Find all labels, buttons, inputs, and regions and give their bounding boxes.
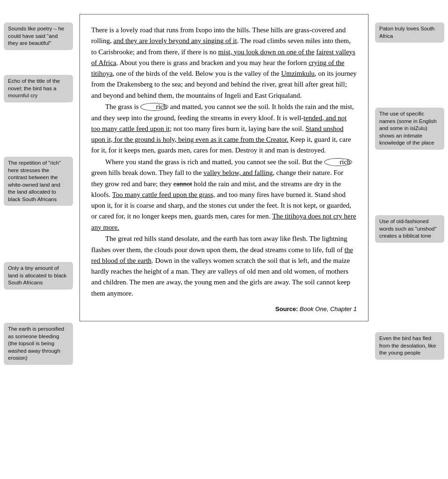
paragraph-4: The great red hills stand desolate, and … [91,233,357,299]
annotation-la4: Only a tiny amount of land is allocated … [4,262,73,290]
source-label: Source: [275,305,298,312]
annotation-la5: The earth is personified as someone blee… [4,323,73,365]
source-text: Book One, Chapter 1 [300,305,357,312]
right-annotations: Paton truly loves South Africa The use o… [369,14,448,479]
annotation-la3: The repetition of "rich" here stresses t… [4,157,73,206]
paragraph-3: Where you stand the grass is rich and ma… [91,157,357,233]
annotation-la1: Sounds like poetry – he could have said … [4,22,73,50]
annotation-la2: Echo of the title of the novel; the bird… [4,75,73,102]
source-line: Source: Book One, Chapter 1 [91,305,357,312]
page-container: Sounds like poetry – he could have said … [0,9,448,479]
annotation-ra4: Even the bird has fled from the desolati… [375,332,444,360]
main-text: There is a lovely road that runs from Ix… [79,14,369,321]
annotation-ra2: The use of specific names (some in Engli… [375,108,444,150]
paragraph-2: The grass is rich and matted, you cannot… [91,102,357,156]
left-annotations: Sounds like poetry – he could have said … [0,14,79,479]
paragraph-1: There is a lovely road that runs from Ix… [91,25,357,101]
annotation-ra1: Paton truly loves South Africa [375,22,444,43]
annotation-ra3: Use of old-fashioned words such as "unsh… [375,215,444,243]
